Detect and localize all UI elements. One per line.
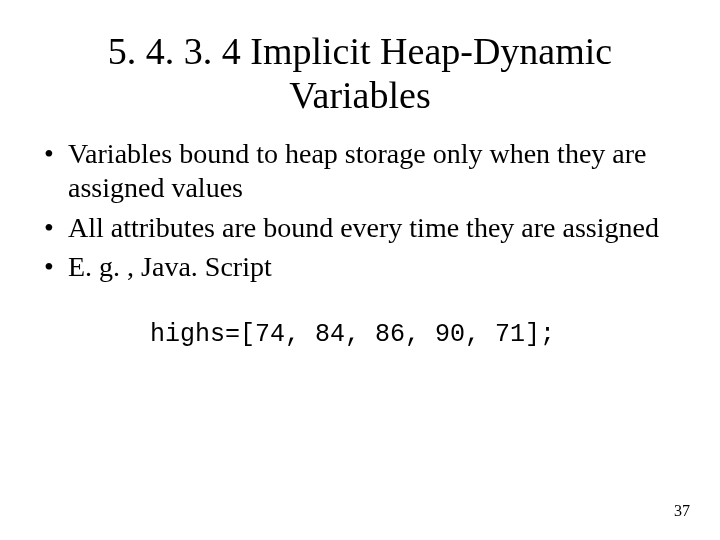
slide-body: Variables bound to heap storage only whe… xyxy=(0,117,720,349)
bullet-list: Variables bound to heap storage only whe… xyxy=(40,137,680,283)
bullet-text: All attributes are bound every time they… xyxy=(68,212,659,243)
bullet-text: E. g. , Java. Script xyxy=(68,251,272,282)
page-number: 37 xyxy=(674,502,690,520)
title-line-2: Variables xyxy=(289,74,430,116)
slide-title: 5. 4. 3. 4 Implicit Heap-Dynamic Variabl… xyxy=(0,0,720,117)
title-line-1: 5. 4. 3. 4 Implicit Heap-Dynamic xyxy=(108,30,612,72)
list-item: E. g. , Java. Script xyxy=(40,250,680,284)
list-item: Variables bound to heap storage only whe… xyxy=(40,137,680,204)
code-sample: highs=[74, 84, 86, 90, 71]; xyxy=(40,290,680,350)
list-item: All attributes are bound every time they… xyxy=(40,211,680,245)
slide: 5. 4. 3. 4 Implicit Heap-Dynamic Variabl… xyxy=(0,0,720,540)
bullet-text: Variables bound to heap storage only whe… xyxy=(68,138,646,203)
